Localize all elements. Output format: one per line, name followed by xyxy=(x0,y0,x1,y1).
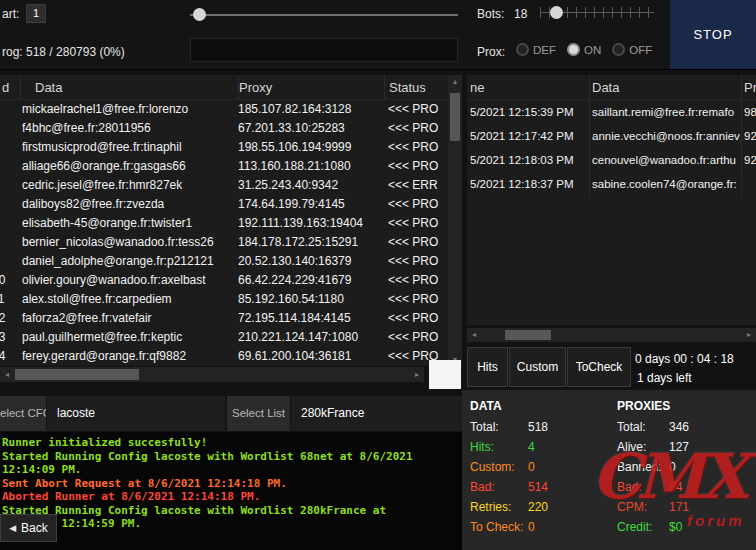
proxies-stats-title: PROXIES xyxy=(617,399,670,413)
row-status: <<< PRO xyxy=(384,100,448,119)
results-table-row[interactable]: 7 elisabeth-45@orange.fr:twister1 192.11… xyxy=(0,214,448,233)
config-value-box[interactable]: lacoste xyxy=(47,396,225,431)
column-header-proxy[interactable]: Proxy xyxy=(238,75,384,99)
results-table-row[interactable]: 11 alex.stoll@free.fr:carpediem 85.192.1… xyxy=(0,290,448,309)
results-table-row[interactable]: 14 ferey.gerard@orange.fr:qf9882 69.61.2… xyxy=(0,347,448,366)
stat-value: 64 xyxy=(669,477,682,497)
white-panel xyxy=(429,360,461,389)
wordlist-input[interactable] xyxy=(190,38,458,62)
results-table-row[interactable]: 8 bernier_nicolas@wanadoo.fr:tess26 184.… xyxy=(0,233,448,252)
start-value-box[interactable]: 1 xyxy=(26,4,46,23)
column-header-time[interactable]: ne xyxy=(467,75,589,99)
bots-label: Bots: xyxy=(477,7,504,21)
hits-horizontal-scrollbar[interactable]: ◂ ▸ xyxy=(467,328,756,342)
results-table-row[interactable]: 2 f4bhc@free.fr:28011956 67.201.33.10:25… xyxy=(0,119,448,138)
bots-slider[interactable] xyxy=(540,5,654,21)
results-table-row[interactable]: 9 daniel_adolphe@orange.fr:p212121 20.52… xyxy=(0,252,448,271)
column-header-data[interactable]: Data xyxy=(20,75,238,99)
stat-value: 0 xyxy=(669,457,676,477)
stat-label: Bad: xyxy=(470,477,528,497)
stat-label: Hits: xyxy=(470,437,528,457)
proxy-mode-label: Prox: xyxy=(477,45,505,59)
results-table-row[interactable]: 6 daliboys82@free.fr:zvezda 174.64.199.7… xyxy=(0,195,448,214)
log-line: Started Running Config lacoste with Word… xyxy=(2,450,460,464)
results-table-row[interactable]: 4 alliage66@orange.fr:gasgas66 113.160.1… xyxy=(0,157,448,176)
stop-button[interactable]: STOP xyxy=(670,0,756,69)
scroll-up-icon[interactable]: ▴ xyxy=(448,75,462,88)
stat-row: Retries: 220 xyxy=(470,497,612,517)
column-header-proxy[interactable]: Pro xyxy=(741,75,756,99)
row-status: <<< PRO xyxy=(384,214,448,233)
slider-thumb[interactable] xyxy=(193,8,206,21)
row-data: cenouvel@wanadoo.fr:arthu xyxy=(589,148,741,172)
log-line: Sent Abort Request at 8/6/2021 12:14:18 … xyxy=(2,477,460,491)
tab-hits[interactable]: Hits xyxy=(467,347,508,387)
results-table-row[interactable]: 10 olivier.goury@wanadoo.fr:axelbast 66.… xyxy=(0,271,448,290)
row-data: saillant.remi@free.fr:remafo xyxy=(589,100,741,124)
row-status: <<< PRO xyxy=(384,138,448,157)
stat-value: 171 xyxy=(669,497,689,517)
select-config-button[interactable]: elect CFG xyxy=(0,396,46,431)
stat-row: Alive: 127 xyxy=(617,437,752,457)
column-header-status[interactable]: Status xyxy=(384,75,448,99)
start-slider[interactable] xyxy=(190,8,458,22)
data-stats-list: Total: 518 Hits: 4 Custom: 0 Bad: 514 Re… xyxy=(470,417,612,537)
proxy-mode-radio[interactable]: DEF xyxy=(516,43,556,56)
stat-label: Custom: xyxy=(470,457,528,477)
stat-label: Bad: xyxy=(617,477,669,497)
stat-row: Bad: 64 xyxy=(617,477,752,497)
scroll-right-icon[interactable]: ▸ xyxy=(742,328,756,342)
row-id: 8 xyxy=(0,233,12,252)
log-line: 8/6/2021 12:14:59 PM. xyxy=(2,517,460,531)
back-button[interactable]: ◀ Back xyxy=(0,514,57,542)
proxy-mode-radio[interactable]: OFF xyxy=(612,43,652,56)
results-table-row[interactable]: 12 faforza2@free.fr:vatefair 72.195.114.… xyxy=(0,309,448,328)
scrollbar-thumb[interactable] xyxy=(505,330,551,340)
slider-thumb[interactable] xyxy=(550,6,563,19)
row-time: 5/2021 12:18:03 PM xyxy=(467,148,589,172)
results-horizontal-scrollbar[interactable]: ◂ ▸ xyxy=(0,367,424,382)
row-data: paul.guilhermet@free.fr:keptic xyxy=(20,328,238,347)
data-stats-title: DATA xyxy=(470,399,502,413)
row-id: 4 xyxy=(0,157,12,176)
scroll-right-icon[interactable]: ▸ xyxy=(410,367,424,382)
results-table-row[interactable]: 3 firstmusicprod@free.fr:tinaphil 198.55… xyxy=(0,138,448,157)
wordlist-value-box[interactable]: 280kFrance xyxy=(291,396,462,431)
stat-label: Total: xyxy=(617,417,669,437)
stat-row: Custom: 0 xyxy=(470,457,612,477)
stat-value: 0 xyxy=(528,457,535,477)
hits-table-row[interactable]: 5/2021 12:15:39 PM saillant.remi@free.fr… xyxy=(467,100,756,124)
proxy-mode-radio[interactable]: ON xyxy=(567,43,601,56)
row-data: firstmusicprod@free.fr:tinaphil xyxy=(20,138,238,157)
tab-tocheck[interactable]: ToCheck xyxy=(567,347,631,387)
column-header-id[interactable]: d xyxy=(0,75,20,99)
row-proxy: 113.160.188.21:1080 xyxy=(238,157,384,176)
results-vertical-scrollbar[interactable]: ▴ ▾ xyxy=(448,75,462,366)
hits-table-row[interactable]: 5/2021 12:18:03 PM cenouvel@wanadoo.fr:a… xyxy=(467,148,756,172)
hits-table-row[interactable]: 5/2021 12:17:42 PM annie.vecchi@noos.fr:… xyxy=(467,124,756,148)
results-table-row[interactable]: 13 paul.guilhermet@free.fr:keptic 210.22… xyxy=(0,328,448,347)
row-status: <<< PRO xyxy=(384,309,448,328)
row-proxy: 20.52.130.140:16379 xyxy=(238,252,384,271)
scroll-left-icon[interactable]: ◂ xyxy=(467,328,481,342)
scroll-left-icon[interactable]: ◂ xyxy=(0,367,14,382)
stat-label: Retries: xyxy=(470,497,528,517)
scrollbar-thumb[interactable] xyxy=(450,93,460,141)
stat-row: Hits: 4 xyxy=(470,437,612,457)
results-table-row[interactable]: 1 mickaelrachel1@free.fr:lorenzo 185.107… xyxy=(0,100,448,119)
log-line: Aborted Runner at 8/6/2021 12:14:18 PM. xyxy=(2,490,460,504)
row-proxy: 69.61.200.104:36181 xyxy=(238,347,384,366)
scrollbar-thumb[interactable] xyxy=(15,369,139,380)
log-line: Started Running Config lacoste with Word… xyxy=(2,504,460,518)
stat-value: 514 xyxy=(528,477,548,497)
row-proxy: 92. xyxy=(741,124,756,148)
select-list-button[interactable]: Select List xyxy=(227,396,290,431)
row-time: 5/2021 12:18:37 PM xyxy=(467,172,589,196)
tab-custom[interactable]: Custom xyxy=(509,347,566,387)
column-header-data[interactable]: Data xyxy=(589,75,741,99)
row-data: alex.stoll@free.fr:carpediem xyxy=(20,290,238,309)
hits-table-row[interactable]: 5/2021 12:18:37 PM sabine.coolen74@orang… xyxy=(467,172,756,196)
stat-value: 518 xyxy=(528,417,548,437)
hits-table: ne Data Pro 5/2021 12:15:39 PM saillant.… xyxy=(467,75,756,325)
results-table-row[interactable]: 5 cedric.jesel@free.fr:hmr827ek 31.25.24… xyxy=(0,176,448,195)
